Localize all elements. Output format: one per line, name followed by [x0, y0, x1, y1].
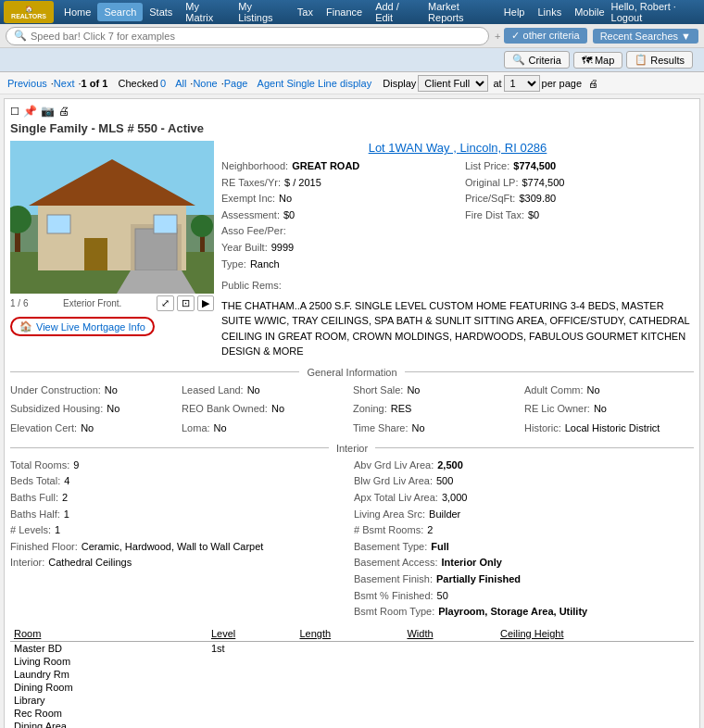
nav-stats[interactable]: Stats: [143, 3, 179, 21]
search-input[interactable]: [31, 31, 481, 42]
bsmt-pct-row: Bsmt % Finished:50: [354, 588, 694, 605]
ceiling-col-header: Ceiling Height: [497, 626, 694, 642]
nav-addedit[interactable]: Add / Edit: [369, 0, 421, 27]
next-link[interactable]: Next: [54, 78, 75, 89]
svg-rect-6: [135, 229, 177, 270]
search-plus-icon: +: [495, 31, 500, 42]
table-row: Library: [10, 694, 694, 707]
total-rooms-row: Total Rooms:9: [10, 458, 350, 474]
user-greeting: Hello, Robert · Logout: [611, 1, 700, 23]
photo-label: Exterior Front.: [63, 298, 121, 308]
baths-full-row: Baths Full:2: [10, 490, 350, 507]
apx-total-row: Apx Total Liv Area:3,000: [354, 490, 694, 507]
original-lp-row: Original LP: $774,500: [465, 175, 694, 192]
fullscreen-photo-button[interactable]: ⊡: [177, 295, 195, 311]
checked-count[interactable]: 0: [160, 78, 166, 89]
map-button[interactable]: 🗺 Map: [573, 52, 622, 69]
under-construction-cell: Under Construction:No: [10, 382, 180, 399]
map-pin-icon[interactable]: 📌: [23, 105, 37, 118]
assessment-row: Assessment: $0: [221, 207, 450, 224]
print-listing-icon[interactable]: 🖨: [58, 105, 69, 118]
leased-land-cell: Leased Land:No: [182, 382, 351, 399]
svg-point-14: [191, 215, 213, 237]
baths-half-row: Baths Half:1: [10, 507, 350, 523]
public-rems-row: Public Rems:: [221, 278, 694, 295]
finished-floor-row: Finished Floor:Ceramic, Hardwood, Wall t…: [10, 539, 350, 556]
zoning-cell: Zoning:RES: [353, 400, 522, 418]
print-page-icon[interactable]: 🖨: [588, 78, 598, 89]
checkbox-icon[interactable]: ☐: [10, 106, 19, 118]
loma-cell: Loma:No: [182, 420, 351, 437]
listing-address-link[interactable]: Lot 1WAN Way , Lincoln, RI 0286: [221, 141, 694, 155]
main-content: ☐ 📌 📷 🖨 Single Family - MLS # 550 - Acti…: [4, 98, 700, 728]
top-navigation: 🏠REALTORS Home Search Stats My Matrix My…: [0, 0, 704, 24]
interior-row: Interior:Cathedral Ceilings: [10, 555, 350, 571]
nav-tax[interactable]: Tax: [291, 3, 320, 21]
at-label: at: [493, 78, 501, 89]
public-rems-text: THE CHATHAM..A 2500 S.F. SINGLE LEVEL CU…: [221, 298, 694, 359]
time-share-cell: Time Share:No: [353, 420, 522, 437]
display-select[interactable]: Client Full Agent Full: [418, 75, 488, 92]
adult-comm-cell: Adult Comm:No: [524, 382, 694, 399]
bsmt-rooms-row: # Bsmt Rooms:2: [354, 522, 694, 539]
living-area-src-row: Living Area Src:Builder: [354, 507, 694, 523]
width-col-header: Width: [403, 626, 497, 642]
basement-finish-row: Basement Finish:Partially Finished: [354, 571, 694, 588]
previous-link[interactable]: Previous: [7, 78, 47, 89]
nav-home[interactable]: Home: [57, 3, 97, 21]
mortgage-link[interactable]: 🏠 View Live Mortgage Info: [10, 317, 155, 336]
nav-mymatrix[interactable]: My Matrix: [179, 0, 232, 27]
page-link[interactable]: Page: [224, 78, 248, 89]
listing-body: 1 / 6 Exterior Front. ⤢ ⊡ ▶ 🏠 View Live …: [10, 141, 694, 359]
interior-header: Interior: [10, 443, 694, 454]
general-info-header: General Information: [10, 367, 694, 378]
list-price-row: List Price: $774,500: [465, 158, 694, 175]
bsmt-room-type-row: Bsmt Room Type:Playroom, Storage Area, U…: [354, 604, 694, 621]
elevation-cert-cell: Elevation Cert:No: [10, 420, 180, 437]
table-row: Dining Area: [10, 720, 694, 728]
blw-grd-row: Blw Grd Liv Area:500: [354, 473, 694, 490]
nav-row: Previous · Next · 1 of 1 Checked 0 All ·…: [0, 72, 704, 94]
map-icon: 🗺: [582, 55, 592, 66]
per-page-select[interactable]: 1 5 10: [504, 75, 540, 92]
nav-links[interactable]: Links: [531, 3, 568, 21]
expand-photo-button[interactable]: ⤢: [157, 295, 174, 311]
listing-photo: [10, 141, 214, 294]
nav-marketreports[interactable]: Market Reports: [421, 0, 497, 27]
nav-finance[interactable]: Finance: [320, 3, 369, 21]
logout-link[interactable]: Logout: [611, 12, 643, 23]
photo-controls: 1 / 6 Exterior Front. ⤢ ⊡ ▶: [10, 295, 214, 311]
reo-bank-cell: REO Bank Owned:No: [182, 400, 351, 418]
other-criteria-button[interactable]: ✓ other criteria: [504, 28, 586, 44]
recent-searches-button[interactable]: Recent Searches ▼: [593, 29, 698, 44]
agent-single-line-link[interactable]: Agent Single Line display: [258, 78, 372, 89]
nav-search[interactable]: Search: [97, 3, 143, 21]
photo-icon-group: ⤢ ⊡ ▶: [157, 295, 214, 311]
criteria-button[interactable]: 🔍 Criteria: [504, 51, 569, 69]
search-bar-row: 🔍 + ✓ other criteria Recent Searches ▼: [0, 24, 704, 48]
photo-icon[interactable]: 📷: [41, 105, 55, 118]
none-link[interactable]: None: [193, 78, 217, 89]
interior-grid: Total Rooms:9 Beds Total:4 Baths Full:2 …: [10, 458, 694, 621]
nav-mobile[interactable]: Mobile: [568, 3, 610, 21]
table-row: Living Room: [10, 655, 694, 668]
results-button[interactable]: 📋 Results: [626, 51, 693, 69]
all-link[interactable]: All: [175, 78, 186, 89]
nav-mylistings[interactable]: My Listings: [232, 0, 291, 27]
level-col-header: Level: [207, 626, 295, 642]
realtors-logo: 🏠REALTORS: [4, 1, 54, 23]
listing-photo-column: 1 / 6 Exterior Front. ⤢ ⊡ ▶ 🏠 View Live …: [10, 141, 214, 359]
table-row: Rec Room: [10, 707, 694, 720]
basement-access-row: Basement Access:Interior Only: [354, 555, 694, 571]
search-input-area[interactable]: 🔍: [6, 27, 489, 45]
display-label: Display: [383, 78, 416, 89]
search-icon: 🔍: [14, 30, 27, 42]
nav-help[interactable]: Help: [497, 3, 532, 21]
next-photo-button[interactable]: ▶: [197, 295, 214, 311]
type-row: Type: Ranch: [221, 257, 450, 273]
taxes-row: RE Taxes/Yr: $ / 2015: [221, 175, 450, 192]
results-icon: 📋: [635, 54, 647, 66]
listing-details-column: Lot 1WAN Way , Lincoln, RI 0286 Neighbor…: [221, 141, 694, 359]
mortgage-icon: 🏠: [19, 320, 32, 333]
asso-fee-row: Asso Fee/Per:: [221, 223, 450, 240]
